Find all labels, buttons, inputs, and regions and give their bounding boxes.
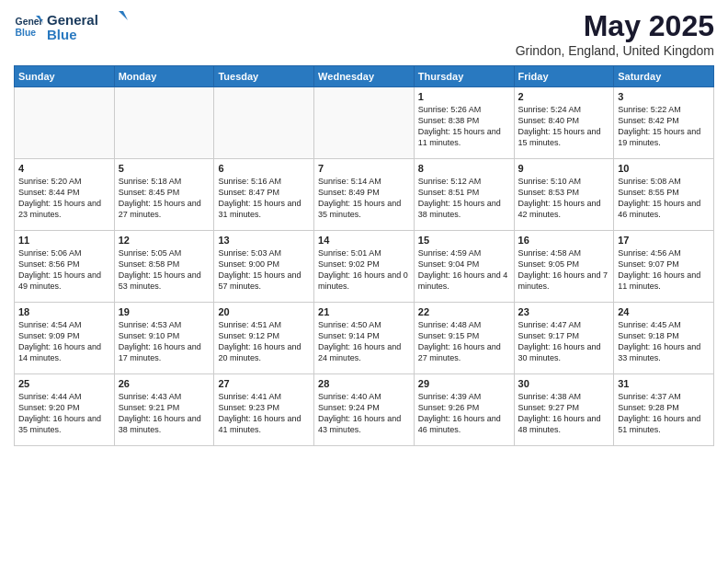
location: Grindon, England, United Kingdom xyxy=(516,43,714,58)
day-number: 1 xyxy=(418,91,510,102)
cell-content: Sunrise: 4:59 AM Sunset: 9:04 PM Dayligh… xyxy=(418,247,510,293)
calendar-cell: 18Sunrise: 4:54 AM Sunset: 9:09 PM Dayli… xyxy=(15,303,115,374)
day-number: 28 xyxy=(318,378,410,389)
calendar-cell: 30Sunrise: 4:38 AM Sunset: 9:27 PM Dayli… xyxy=(514,374,614,446)
calendar-cell: 19Sunrise: 4:53 AM Sunset: 9:10 PM Dayli… xyxy=(114,303,214,374)
cell-content: Sunrise: 5:05 AM Sunset: 8:58 PM Dayligh… xyxy=(119,247,210,293)
cell-content: Sunrise: 4:47 AM Sunset: 9:17 PM Dayligh… xyxy=(518,319,610,364)
calendar-cell: 6Sunrise: 5:16 AM Sunset: 8:47 PM Daylig… xyxy=(214,159,314,231)
cell-content: Sunrise: 4:53 AM Sunset: 9:10 PM Dayligh… xyxy=(119,319,210,364)
cell-content: Sunrise: 5:12 AM Sunset: 8:51 PM Dayligh… xyxy=(418,176,510,221)
calendar-cell: 29Sunrise: 4:39 AM Sunset: 9:26 PM Dayli… xyxy=(414,374,514,446)
day-number: 30 xyxy=(518,378,610,389)
day-number: 8 xyxy=(418,163,510,174)
cell-content: Sunrise: 4:39 AM Sunset: 9:26 PM Dayligh… xyxy=(418,391,510,436)
cell-content: Sunrise: 4:51 AM Sunset: 9:12 PM Dayligh… xyxy=(218,319,310,364)
calendar-cell xyxy=(214,87,314,159)
cell-content: Sunrise: 4:41 AM Sunset: 9:23 PM Dayligh… xyxy=(218,391,310,436)
day-number: 14 xyxy=(318,235,410,246)
day-number: 24 xyxy=(618,306,710,317)
calendar-cell: 3Sunrise: 5:22 AM Sunset: 8:42 PM Daylig… xyxy=(614,87,714,159)
svg-marker-5 xyxy=(119,11,128,20)
calendar-cell: 21Sunrise: 4:50 AM Sunset: 9:14 PM Dayli… xyxy=(314,303,415,374)
day-number: 29 xyxy=(418,378,510,389)
day-number: 26 xyxy=(119,378,210,389)
day-number: 23 xyxy=(518,306,610,317)
day-number: 21 xyxy=(318,306,410,317)
title-block: May 2025 Grindon, England, United Kingdo… xyxy=(516,9,714,58)
calendar-cell: 28Sunrise: 4:40 AM Sunset: 9:24 PM Dayli… xyxy=(314,374,415,446)
day-header-friday: Friday xyxy=(514,66,614,87)
calendar-cell: 26Sunrise: 4:43 AM Sunset: 9:21 PM Dayli… xyxy=(114,374,214,446)
calendar-cell xyxy=(114,87,214,159)
day-number: 9 xyxy=(518,163,610,174)
week-row-1: 1Sunrise: 5:26 AM Sunset: 8:38 PM Daylig… xyxy=(15,87,714,159)
cell-content: Sunrise: 5:10 AM Sunset: 8:53 PM Dayligh… xyxy=(518,176,610,221)
cell-content: Sunrise: 4:50 AM Sunset: 9:14 PM Dayligh… xyxy=(318,319,410,364)
day-number: 4 xyxy=(18,163,110,174)
day-number: 25 xyxy=(18,378,110,389)
calendar-cell: 13Sunrise: 5:03 AM Sunset: 9:00 PM Dayli… xyxy=(214,231,314,303)
calendar-cell: 9Sunrise: 5:10 AM Sunset: 8:53 PM Daylig… xyxy=(514,159,614,231)
week-row-2: 4Sunrise: 5:20 AM Sunset: 8:44 PM Daylig… xyxy=(15,159,714,231)
day-number: 5 xyxy=(119,163,210,174)
cell-content: Sunrise: 5:06 AM Sunset: 8:56 PM Dayligh… xyxy=(18,247,110,293)
calendar-cell: 20Sunrise: 4:51 AM Sunset: 9:12 PM Dayli… xyxy=(214,303,314,374)
cell-content: Sunrise: 5:14 AM Sunset: 8:49 PM Dayligh… xyxy=(318,176,410,221)
day-header-thursday: Thursday xyxy=(414,66,514,87)
days-header-row: SundayMondayTuesdayWednesdayThursdayFrid… xyxy=(15,66,714,87)
day-number: 3 xyxy=(618,91,710,102)
cell-content: Sunrise: 4:54 AM Sunset: 9:09 PM Dayligh… xyxy=(18,319,110,364)
day-header-tuesday: Tuesday xyxy=(214,66,314,87)
calendar-cell xyxy=(15,87,115,159)
month-title: May 2025 xyxy=(516,9,714,43)
week-row-4: 18Sunrise: 4:54 AM Sunset: 9:09 PM Dayli… xyxy=(15,303,714,374)
calendar-cell: 8Sunrise: 5:12 AM Sunset: 8:51 PM Daylig… xyxy=(414,159,514,231)
calendar-cell: 12Sunrise: 5:05 AM Sunset: 8:58 PM Dayli… xyxy=(114,231,214,303)
week-row-3: 11Sunrise: 5:06 AM Sunset: 8:56 PM Dayli… xyxy=(15,231,714,303)
day-number: 6 xyxy=(218,163,310,174)
cell-content: Sunrise: 5:03 AM Sunset: 9:00 PM Dayligh… xyxy=(218,247,310,293)
calendar-cell: 2Sunrise: 5:24 AM Sunset: 8:40 PM Daylig… xyxy=(514,87,614,159)
cell-content: Sunrise: 4:37 AM Sunset: 9:28 PM Dayligh… xyxy=(618,391,710,436)
cell-content: Sunrise: 4:56 AM Sunset: 9:07 PM Dayligh… xyxy=(618,247,710,293)
day-number: 12 xyxy=(119,235,210,246)
cell-content: Sunrise: 5:20 AM Sunset: 8:44 PM Dayligh… xyxy=(18,176,110,221)
day-number: 17 xyxy=(618,235,710,246)
cell-content: Sunrise: 5:16 AM Sunset: 8:47 PM Dayligh… xyxy=(218,176,310,221)
day-number: 10 xyxy=(618,163,710,174)
calendar-cell: 1Sunrise: 5:26 AM Sunset: 8:38 PM Daylig… xyxy=(414,87,514,159)
calendar-table: SundayMondayTuesdayWednesdayThursdayFrid… xyxy=(14,65,714,446)
day-number: 2 xyxy=(518,91,610,102)
calendar-cell: 5Sunrise: 5:18 AM Sunset: 8:45 PM Daylig… xyxy=(114,159,214,231)
svg-text:Blue: Blue xyxy=(16,28,37,38)
cell-content: Sunrise: 4:38 AM Sunset: 9:27 PM Dayligh… xyxy=(518,391,610,436)
cell-content: Sunrise: 4:45 AM Sunset: 9:18 PM Dayligh… xyxy=(618,319,710,364)
day-number: 7 xyxy=(318,163,410,174)
cell-content: Sunrise: 5:01 AM Sunset: 9:02 PM Dayligh… xyxy=(318,247,410,293)
calendar-cell: 27Sunrise: 4:41 AM Sunset: 9:23 PM Dayli… xyxy=(214,374,314,446)
cell-content: Sunrise: 4:40 AM Sunset: 9:24 PM Dayligh… xyxy=(318,391,410,436)
day-number: 18 xyxy=(18,306,110,317)
logo: General Blue General Blue xyxy=(14,9,130,44)
cell-content: Sunrise: 4:58 AM Sunset: 9:05 PM Dayligh… xyxy=(518,247,610,293)
day-number: 16 xyxy=(518,235,610,246)
day-number: 15 xyxy=(418,235,510,246)
calendar-cell: 11Sunrise: 5:06 AM Sunset: 8:56 PM Dayli… xyxy=(15,231,115,303)
calendar-cell: 22Sunrise: 4:48 AM Sunset: 9:15 PM Dayli… xyxy=(414,303,514,374)
cell-content: Sunrise: 5:08 AM Sunset: 8:55 PM Dayligh… xyxy=(618,176,710,221)
calendar-cell: 15Sunrise: 4:59 AM Sunset: 9:04 PM Dayli… xyxy=(414,231,514,303)
cell-content: Sunrise: 5:18 AM Sunset: 8:45 PM Dayligh… xyxy=(119,176,210,221)
cell-content: Sunrise: 4:43 AM Sunset: 9:21 PM Dayligh… xyxy=(119,391,210,436)
calendar-cell xyxy=(314,87,415,159)
header: General Blue General Blue May 2025 Grind… xyxy=(14,9,714,58)
day-number: 13 xyxy=(218,235,310,246)
day-number: 20 xyxy=(218,306,310,317)
cell-content: Sunrise: 5:24 AM Sunset: 8:40 PM Dayligh… xyxy=(518,104,610,149)
day-number: 31 xyxy=(618,378,710,389)
day-number: 11 xyxy=(18,235,110,246)
day-number: 27 xyxy=(218,378,310,389)
logo-icon: General Blue xyxy=(14,12,43,41)
calendar-cell: 7Sunrise: 5:14 AM Sunset: 8:49 PM Daylig… xyxy=(314,159,415,231)
week-row-5: 25Sunrise: 4:44 AM Sunset: 9:20 PM Dayli… xyxy=(15,374,714,446)
